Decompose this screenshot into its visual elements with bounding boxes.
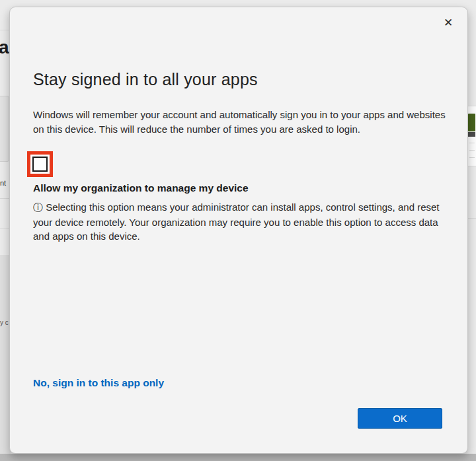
sign-in-this-app-only-link[interactable]: No, sign in to this app only — [33, 377, 164, 389]
checkbox-label[interactable]: Allow my organization to manage my devic… — [33, 182, 249, 194]
background-divider — [467, 218, 476, 219]
backdrop-bottom-band — [0, 454, 476, 461]
stay-signed-in-dialog: ✕ Stay signed in to all your apps Window… — [9, 7, 468, 454]
background-panel-fragment — [0, 96, 9, 162]
annotation-highlight-box — [27, 151, 53, 177]
organization-manage-checkbox[interactable] — [32, 157, 48, 172]
background-list-line — [469, 150, 475, 151]
background-text-fragment: y c — [0, 319, 9, 326]
dialog-description: Windows will remember your account and a… — [33, 108, 446, 136]
info-icon: ⓘ — [33, 201, 43, 213]
background-icon-fragment — [468, 132, 475, 137]
background-list-line — [469, 143, 475, 143]
screen: ag nt y c ✕ Stay signed in to all your a… — [0, 0, 476, 461]
background-list-line — [469, 157, 475, 158]
info-paragraph: ⓘ Selecting this option means your admin… — [33, 200, 444, 244]
background-text-fragment: nt — [0, 179, 6, 187]
dialog-title: Stay signed in to all your apps — [33, 70, 258, 89]
excel-file-icon — [468, 114, 475, 131]
ok-button[interactable]: OK — [358, 408, 442, 429]
info-text: Selecting this option means your adminis… — [33, 201, 439, 242]
close-icon[interactable]: ✕ — [438, 13, 458, 32]
